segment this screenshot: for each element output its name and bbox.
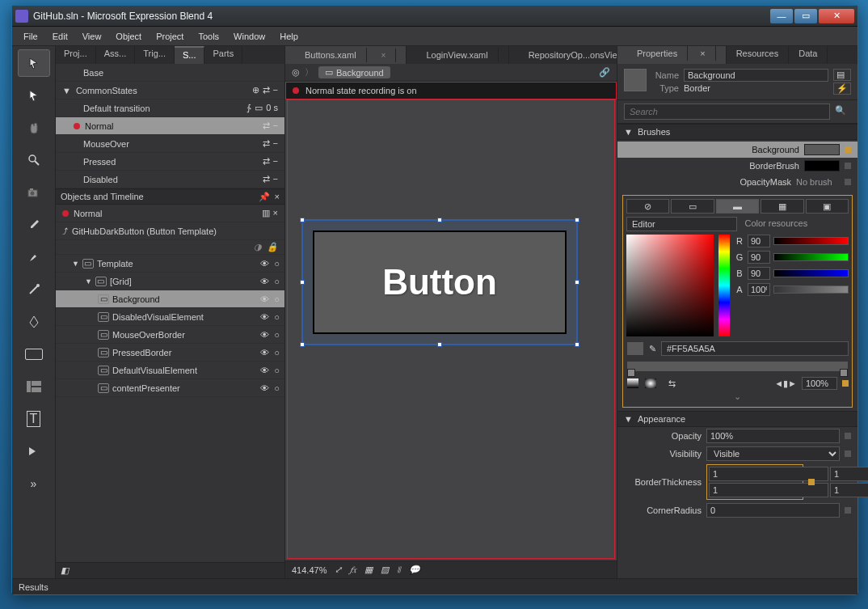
- opacity-input[interactable]: [706, 429, 840, 443]
- storyboard-picker-icon[interactable]: ▥: [262, 208, 270, 218]
- show-all-icon[interactable]: ◑: [254, 242, 262, 252]
- lock-icon[interactable]: 🔒: [267, 242, 278, 252]
- selection-tool[interactable]: [18, 49, 50, 77]
- easing-icon[interactable]: ∱: [246, 103, 251, 113]
- resource-tab[interactable]: ▣: [806, 199, 849, 214]
- scope-up-icon[interactable]: ⤴: [62, 226, 67, 236]
- radial-gradient-icon[interactable]: [644, 378, 657, 389]
- brush-row[interactable]: BorderBrush: [617, 158, 857, 174]
- brush-row[interactable]: Background: [617, 142, 857, 158]
- eyedropper-tool[interactable]: [18, 211, 50, 239]
- gradient-stop[interactable]: [840, 369, 848, 377]
- zoom-level[interactable]: 414.47%: [292, 565, 327, 575]
- menu-file[interactable]: File: [17, 30, 44, 43]
- tab-projects[interactable]: Proj...: [56, 46, 96, 64]
- pin-icon[interactable]: 📌: [259, 192, 270, 202]
- r-input[interactable]: [748, 235, 770, 247]
- solid-tab[interactable]: ▭: [671, 199, 714, 214]
- events-icon[interactable]: ⚡: [833, 82, 851, 95]
- no-brush-tab[interactable]: ⊘: [626, 199, 669, 214]
- menu-window[interactable]: Window: [227, 30, 272, 43]
- state-pressed[interactable]: Pressed ⇄−: [56, 153, 284, 171]
- a-input[interactable]: [748, 283, 770, 296]
- state-normal[interactable]: Normal ⇄−: [56, 117, 284, 135]
- state-mouseover[interactable]: MouseOver ⇄−: [56, 135, 284, 153]
- pan-tool[interactable]: [18, 114, 50, 142]
- fit-icon[interactable]: ⤢: [335, 565, 342, 575]
- eyedropper-icon[interactable]: ✎: [649, 344, 656, 354]
- expand-editor-icon[interactable]: ⌄: [626, 390, 849, 404]
- cornerradius-input[interactable]: [706, 503, 840, 518]
- menu-tools[interactable]: Tools: [192, 30, 225, 43]
- tab-triggers[interactable]: Trig...: [135, 46, 175, 64]
- lock-dot-icon[interactable]: ○: [274, 277, 280, 286]
- lock-dot-icon[interactable]: ○: [274, 383, 280, 393]
- timeline-state-row[interactable]: Normal ▥×: [56, 205, 284, 222]
- reverse-stops-icon[interactable]: ⇆: [668, 379, 676, 389]
- visibility-eye-icon[interactable]: 👁: [260, 294, 269, 304]
- pen-tool[interactable]: [18, 308, 50, 336]
- gradient-bar[interactable]: [626, 361, 849, 372]
- brushes-category[interactable]: ▼Brushes: [617, 124, 857, 140]
- tab-properties[interactable]: Properties ×: [617, 46, 727, 64]
- lock-dot-icon[interactable]: ○: [274, 330, 280, 340]
- search-input[interactable]: [624, 104, 830, 120]
- state-disabled[interactable]: Disabled ⇄−: [56, 171, 284, 188]
- add-transition-icon[interactable]: ⇄: [263, 121, 270, 131]
- tile-tab[interactable]: ▦: [761, 199, 803, 214]
- view-by-name-icon[interactable]: ▤: [833, 69, 851, 81]
- snap-grid-icon[interactable]: ▨: [381, 565, 389, 575]
- close-panel-icon[interactable]: ×: [275, 192, 280, 201]
- b-input[interactable]: [748, 267, 770, 280]
- base-state-row[interactable]: Base: [56, 64, 284, 82]
- grid-icon[interactable]: ▦: [364, 565, 373, 575]
- gradient-tab[interactable]: ▬: [716, 199, 759, 214]
- menu-project[interactable]: Project: [150, 30, 190, 43]
- tab-resources[interactable]: Resources: [727, 46, 790, 64]
- gradient-stop[interactable]: [627, 369, 635, 377]
- visibility-eye-icon[interactable]: 👁: [260, 383, 269, 393]
- button-background-element[interactable]: Button: [313, 230, 567, 334]
- transition-row[interactable]: Default transition ∱▭0 s: [56, 99, 284, 117]
- saturation-value-picker[interactable]: [626, 235, 714, 336]
- tree-node[interactable]: ▭DisabledVisualElement👁○: [56, 308, 284, 326]
- tree-node[interactable]: ▭PressedBorder👁○: [56, 344, 284, 362]
- text-tool[interactable]: T: [18, 405, 50, 433]
- visibility-eye-icon[interactable]: 👁: [260, 277, 269, 286]
- transition-icon[interactable]: ⇄: [263, 85, 270, 95]
- brush-row[interactable]: OpacityMaskNo brush: [617, 174, 857, 190]
- tree-node[interactable]: ▭contentPresenter👁○: [56, 379, 284, 397]
- stop-alpha-input[interactable]: [802, 377, 837, 390]
- maximize-button[interactable]: ▭: [794, 9, 817, 23]
- brush-swatch[interactable]: [804, 160, 840, 171]
- menu-edit[interactable]: Edit: [46, 30, 74, 43]
- duration-icon[interactable]: ▭: [255, 103, 263, 113]
- lock-dot-icon[interactable]: ○: [274, 366, 280, 375]
- lock-dot-icon[interactable]: ○: [274, 348, 280, 357]
- doc-tab-login[interactable]: LoginView.xaml: [407, 46, 508, 64]
- linear-gradient-icon[interactable]: [626, 378, 639, 389]
- effects-icon[interactable]: 𝑓𝑥: [350, 565, 356, 575]
- visibility-eye-icon[interactable]: 👁: [260, 312, 269, 322]
- asset-tool[interactable]: [18, 438, 50, 465]
- bt-right[interactable]: [830, 467, 868, 481]
- lock-dot-icon[interactable]: ○: [274, 259, 280, 269]
- bt-bottom[interactable]: [830, 483, 868, 497]
- tree-node[interactable]: ▭Background👁○: [56, 290, 284, 308]
- editor-subtab[interactable]: Editor: [626, 217, 737, 231]
- tree-node[interactable]: ▼▭Template👁○: [56, 255, 284, 273]
- tab-assets[interactable]: Ass...: [96, 46, 136, 64]
- camera-tool[interactable]: [18, 179, 50, 206]
- snap-lines-icon[interactable]: ⫴: [397, 565, 401, 575]
- visibility-select[interactable]: Visible: [706, 446, 840, 461]
- add-state-icon[interactable]: ⊕: [252, 85, 259, 95]
- advanced-marker-icon[interactable]: [845, 146, 851, 153]
- state-group-row[interactable]: ▼ CommonStates ⊕⇄−: [56, 82, 284, 99]
- advanced-marker-icon[interactable]: [808, 479, 815, 485]
- scope-target-icon[interactable]: ◎: [292, 67, 300, 78]
- close-button[interactable]: ✕: [819, 9, 854, 23]
- direct-select-tool[interactable]: [18, 82, 50, 109]
- stop-selector-icon[interactable]: ◄▮►: [774, 379, 797, 389]
- lock-dot-icon[interactable]: ○: [274, 294, 280, 304]
- breadcrumb-item[interactable]: ▭Background: [318, 66, 390, 78]
